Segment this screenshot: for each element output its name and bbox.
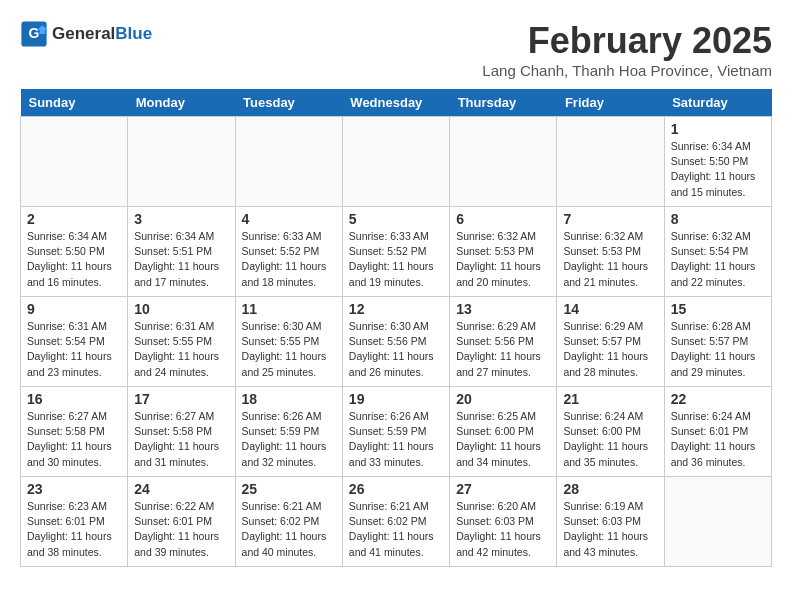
calendar-cell: 18Sunrise: 6:26 AM Sunset: 5:59 PM Dayli… (235, 387, 342, 477)
day-info: Sunrise: 6:25 AM Sunset: 6:00 PM Dayligh… (456, 409, 550, 470)
calendar-cell (235, 117, 342, 207)
day-number: 28 (563, 481, 657, 497)
logo-text: GeneralBlue (52, 24, 152, 44)
header-day-thursday: Thursday (450, 89, 557, 117)
calendar-table: SundayMondayTuesdayWednesdayThursdayFrid… (20, 89, 772, 567)
day-info: Sunrise: 6:30 AM Sunset: 5:56 PM Dayligh… (349, 319, 443, 380)
day-number: 18 (242, 391, 336, 407)
calendar-cell (557, 117, 664, 207)
calendar-subtitle: Lang Chanh, Thanh Hoa Province, Vietnam (482, 62, 772, 79)
calendar-cell: 6Sunrise: 6:32 AM Sunset: 5:53 PM Daylig… (450, 207, 557, 297)
header-day-friday: Friday (557, 89, 664, 117)
day-info: Sunrise: 6:33 AM Sunset: 5:52 PM Dayligh… (349, 229, 443, 290)
week-row-1: 1Sunrise: 6:34 AM Sunset: 5:50 PM Daylig… (21, 117, 772, 207)
day-number: 21 (563, 391, 657, 407)
day-info: Sunrise: 6:23 AM Sunset: 6:01 PM Dayligh… (27, 499, 121, 560)
day-number: 2 (27, 211, 121, 227)
svg-text:G: G (29, 25, 40, 41)
day-number: 16 (27, 391, 121, 407)
day-number: 24 (134, 481, 228, 497)
calendar-cell: 10Sunrise: 6:31 AM Sunset: 5:55 PM Dayli… (128, 297, 235, 387)
calendar-cell: 16Sunrise: 6:27 AM Sunset: 5:58 PM Dayli… (21, 387, 128, 477)
header-day-sunday: Sunday (21, 89, 128, 117)
day-number: 9 (27, 301, 121, 317)
day-number: 13 (456, 301, 550, 317)
day-number: 4 (242, 211, 336, 227)
logo-icon: G (20, 20, 48, 48)
day-info: Sunrise: 6:26 AM Sunset: 5:59 PM Dayligh… (349, 409, 443, 470)
calendar-cell (664, 477, 771, 567)
calendar-cell: 21Sunrise: 6:24 AM Sunset: 6:00 PM Dayli… (557, 387, 664, 477)
calendar-cell: 9Sunrise: 6:31 AM Sunset: 5:54 PM Daylig… (21, 297, 128, 387)
calendar-title: February 2025 (482, 20, 772, 62)
calendar-cell: 22Sunrise: 6:24 AM Sunset: 6:01 PM Dayli… (664, 387, 771, 477)
day-number: 1 (671, 121, 765, 137)
day-info: Sunrise: 6:30 AM Sunset: 5:55 PM Dayligh… (242, 319, 336, 380)
day-info: Sunrise: 6:32 AM Sunset: 5:53 PM Dayligh… (456, 229, 550, 290)
week-row-2: 2Sunrise: 6:34 AM Sunset: 5:50 PM Daylig… (21, 207, 772, 297)
calendar-cell: 24Sunrise: 6:22 AM Sunset: 6:01 PM Dayli… (128, 477, 235, 567)
header-row: SundayMondayTuesdayWednesdayThursdayFrid… (21, 89, 772, 117)
day-number: 6 (456, 211, 550, 227)
day-info: Sunrise: 6:27 AM Sunset: 5:58 PM Dayligh… (27, 409, 121, 470)
day-number: 14 (563, 301, 657, 317)
day-info: Sunrise: 6:24 AM Sunset: 6:00 PM Dayligh… (563, 409, 657, 470)
day-info: Sunrise: 6:34 AM Sunset: 5:50 PM Dayligh… (27, 229, 121, 290)
day-number: 27 (456, 481, 550, 497)
calendar-cell: 2Sunrise: 6:34 AM Sunset: 5:50 PM Daylig… (21, 207, 128, 297)
title-area: February 2025 Lang Chanh, Thanh Hoa Prov… (482, 20, 772, 79)
day-number: 12 (349, 301, 443, 317)
day-number: 8 (671, 211, 765, 227)
header-day-wednesday: Wednesday (342, 89, 449, 117)
day-info: Sunrise: 6:21 AM Sunset: 6:02 PM Dayligh… (349, 499, 443, 560)
calendar-cell: 15Sunrise: 6:28 AM Sunset: 5:57 PM Dayli… (664, 297, 771, 387)
day-info: Sunrise: 6:21 AM Sunset: 6:02 PM Dayligh… (242, 499, 336, 560)
day-info: Sunrise: 6:24 AM Sunset: 6:01 PM Dayligh… (671, 409, 765, 470)
calendar-cell: 11Sunrise: 6:30 AM Sunset: 5:55 PM Dayli… (235, 297, 342, 387)
calendar-cell: 28Sunrise: 6:19 AM Sunset: 6:03 PM Dayli… (557, 477, 664, 567)
day-number: 26 (349, 481, 443, 497)
calendar-cell: 1Sunrise: 6:34 AM Sunset: 5:50 PM Daylig… (664, 117, 771, 207)
day-number: 10 (134, 301, 228, 317)
day-number: 19 (349, 391, 443, 407)
calendar-cell: 4Sunrise: 6:33 AM Sunset: 5:52 PM Daylig… (235, 207, 342, 297)
day-info: Sunrise: 6:19 AM Sunset: 6:03 PM Dayligh… (563, 499, 657, 560)
week-row-4: 16Sunrise: 6:27 AM Sunset: 5:58 PM Dayli… (21, 387, 772, 477)
day-info: Sunrise: 6:29 AM Sunset: 5:57 PM Dayligh… (563, 319, 657, 380)
header-day-saturday: Saturday (664, 89, 771, 117)
logo: G GeneralBlue (20, 20, 152, 48)
calendar-header: SundayMondayTuesdayWednesdayThursdayFrid… (21, 89, 772, 117)
day-info: Sunrise: 6:26 AM Sunset: 5:59 PM Dayligh… (242, 409, 336, 470)
day-info: Sunrise: 6:32 AM Sunset: 5:53 PM Dayligh… (563, 229, 657, 290)
day-number: 23 (27, 481, 121, 497)
day-info: Sunrise: 6:32 AM Sunset: 5:54 PM Dayligh… (671, 229, 765, 290)
header: G GeneralBlue February 2025 Lang Chanh, … (20, 20, 772, 79)
day-number: 11 (242, 301, 336, 317)
day-info: Sunrise: 6:22 AM Sunset: 6:01 PM Dayligh… (134, 499, 228, 560)
calendar-cell: 20Sunrise: 6:25 AM Sunset: 6:00 PM Dayli… (450, 387, 557, 477)
calendar-cell: 8Sunrise: 6:32 AM Sunset: 5:54 PM Daylig… (664, 207, 771, 297)
calendar-cell (128, 117, 235, 207)
day-number: 20 (456, 391, 550, 407)
day-number: 5 (349, 211, 443, 227)
day-number: 25 (242, 481, 336, 497)
calendar-cell: 12Sunrise: 6:30 AM Sunset: 5:56 PM Dayli… (342, 297, 449, 387)
day-number: 15 (671, 301, 765, 317)
calendar-cell (21, 117, 128, 207)
calendar-cell: 7Sunrise: 6:32 AM Sunset: 5:53 PM Daylig… (557, 207, 664, 297)
calendar-cell (450, 117, 557, 207)
day-info: Sunrise: 6:34 AM Sunset: 5:50 PM Dayligh… (671, 139, 765, 200)
calendar-cell: 23Sunrise: 6:23 AM Sunset: 6:01 PM Dayli… (21, 477, 128, 567)
day-info: Sunrise: 6:31 AM Sunset: 5:55 PM Dayligh… (134, 319, 228, 380)
calendar-cell: 14Sunrise: 6:29 AM Sunset: 5:57 PM Dayli… (557, 297, 664, 387)
calendar-body: 1Sunrise: 6:34 AM Sunset: 5:50 PM Daylig… (21, 117, 772, 567)
calendar-cell: 17Sunrise: 6:27 AM Sunset: 5:58 PM Dayli… (128, 387, 235, 477)
calendar-cell: 27Sunrise: 6:20 AM Sunset: 6:03 PM Dayli… (450, 477, 557, 567)
day-number: 22 (671, 391, 765, 407)
day-info: Sunrise: 6:34 AM Sunset: 5:51 PM Dayligh… (134, 229, 228, 290)
header-day-monday: Monday (128, 89, 235, 117)
day-info: Sunrise: 6:27 AM Sunset: 5:58 PM Dayligh… (134, 409, 228, 470)
calendar-cell: 3Sunrise: 6:34 AM Sunset: 5:51 PM Daylig… (128, 207, 235, 297)
day-info: Sunrise: 6:20 AM Sunset: 6:03 PM Dayligh… (456, 499, 550, 560)
header-day-tuesday: Tuesday (235, 89, 342, 117)
